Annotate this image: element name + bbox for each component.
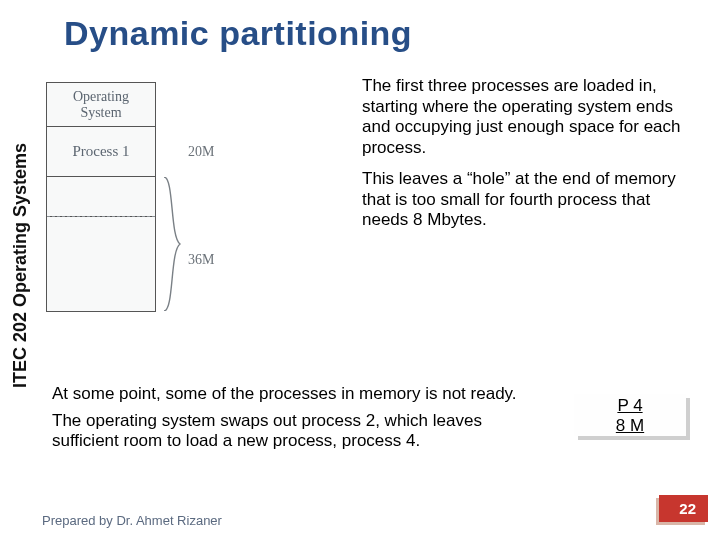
memory-column: Operating System Process 1 (46, 82, 156, 312)
mem-row-gap1 (47, 177, 155, 217)
size-label-20m: 20M (188, 144, 214, 160)
lower-paragraphs: At some point, some of the processes in … (52, 384, 548, 458)
right-paragraphs: The first three processes are loaded in,… (362, 76, 692, 241)
memory-diagram: Operating System Process 1 20M 36M (46, 82, 246, 312)
course-label-vertical: ITEC 202 Operating Systems (8, 80, 34, 450)
brace-icon (162, 177, 182, 311)
slide-content: Operating System Process 1 20M 36M The f… (46, 68, 700, 468)
mem-row-gap2 (47, 217, 155, 311)
p4-line1: P 4 (574, 396, 686, 416)
size-label-36m: 36M (188, 252, 214, 268)
slide-title: Dynamic partitioning (0, 0, 720, 59)
page-number: 22 (659, 495, 708, 522)
footer-author: Prepared by Dr. Ahmet Rizaner (42, 513, 222, 528)
process4-box: P 4 8 M (574, 394, 686, 436)
p4-line2: 8 M (574, 416, 686, 436)
mem-row-os: Operating System (47, 83, 155, 127)
paragraph-4: The operating system swaps out process 2… (52, 411, 548, 452)
course-label-text: ITEC 202 Operating Systems (11, 142, 32, 387)
paragraph-1: The first three processes are loaded in,… (362, 76, 692, 159)
paragraph-2: This leaves a “hole” at the end of memor… (362, 169, 692, 231)
mem-row-process1: Process 1 (47, 127, 155, 177)
paragraph-3: At some point, some of the processes in … (52, 384, 548, 405)
